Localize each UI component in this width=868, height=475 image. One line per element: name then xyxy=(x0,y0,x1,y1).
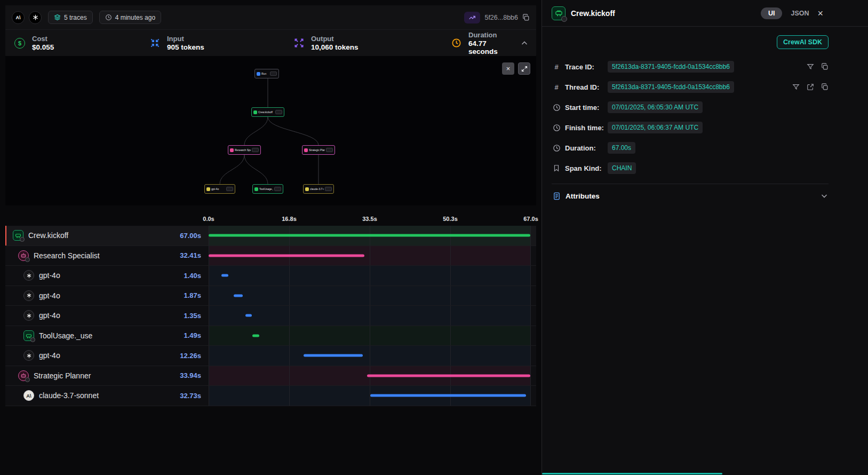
graph-node-toolusage-use[interactable]: ToolUsage._use xyxy=(252,184,283,194)
node-type-icon xyxy=(305,187,309,191)
span-name: Strategic Planner xyxy=(34,371,91,380)
openai-logo-icon xyxy=(23,290,34,301)
field-value[interactable]: 5f2613da-8371-9405-fcdd-0a1534cc8bb6 xyxy=(608,61,734,73)
span-name: gpt-4o xyxy=(39,311,60,320)
span-name: gpt-4o xyxy=(39,351,60,360)
span-bar xyxy=(234,294,243,297)
waterfall-row-gpt-4o[interactable]: gpt-4o12.26s xyxy=(5,346,536,366)
crew-span-icon xyxy=(552,6,566,20)
openai-logo-icon xyxy=(29,11,42,24)
stat-input: Input905 tokens xyxy=(148,35,292,51)
layers-icon xyxy=(54,14,61,21)
axis-tick-label: 33.5s xyxy=(362,216,377,222)
span-detail-panel: Crew.kickoff UI JSON × CrewAI SDK #Trace… xyxy=(541,0,868,475)
waterfall-row-claude-3-7-sonnet[interactable]: A\claude-3.7-sonnet32.73s xyxy=(5,386,536,406)
stat-label: Input xyxy=(167,35,204,43)
node-label: Research Specialist xyxy=(235,148,251,152)
span-bar xyxy=(245,314,252,317)
graph-close-button[interactable]: × xyxy=(502,62,514,75)
openai-logo-icon xyxy=(23,270,34,281)
field-value[interactable]: 5f2613da-8371-9405-fcdd-0a1534cc8bb6 xyxy=(608,81,734,93)
collapse-stats-button[interactable] xyxy=(520,39,529,48)
node-type-icon xyxy=(253,110,257,114)
node-tag xyxy=(275,110,282,114)
trace-topbar: A\ 5 traces 4 minutes ago 5f26...8bb6 xyxy=(5,5,536,29)
span-duration: 1.40s xyxy=(184,272,201,280)
tab-json[interactable]: JSON xyxy=(791,10,809,17)
detail-panel-header: Crew.kickoff UI JSON × xyxy=(542,0,868,27)
node-label: ToolUsage._use xyxy=(259,187,273,191)
span-name: Research Specialist xyxy=(34,251,100,260)
node-label: Crew.kickoff xyxy=(258,110,274,114)
waterfall-row-gpt-4o[interactable]: gpt-4o1.35s xyxy=(5,306,536,326)
filter-button[interactable] xyxy=(807,63,814,70)
graph-node-gpt-4o[interactable]: gpt-4o xyxy=(204,184,235,194)
waterfall-rows: Crew.kickoff67.00sResearch Specialist32.… xyxy=(5,226,536,406)
waterfall-row-crew-kickoff[interactable]: Crew.kickoff67.00s xyxy=(5,226,536,246)
axis-tick-label: 67.0s xyxy=(523,216,538,222)
copy-button[interactable] xyxy=(821,83,829,91)
node-label: Run xyxy=(261,72,269,75)
graph-node-strategic-planner[interactable]: Strategic Planner xyxy=(302,145,335,155)
agentops-mini-badge-icon xyxy=(30,337,35,342)
span-track xyxy=(209,306,531,326)
graph-node-crew-kickoff[interactable]: Crew.kickoff xyxy=(251,107,284,117)
field-value[interactable]: 07/01/2025, 06:06:37 AM UTC xyxy=(608,122,703,133)
waterfall-row-gpt-4o[interactable]: gpt-4o1.40s xyxy=(5,266,536,286)
hash-icon: # xyxy=(552,63,561,71)
span-name: Crew.kickoff xyxy=(28,231,68,240)
span-bar xyxy=(304,354,362,357)
axis-tick-label: 0.0s xyxy=(203,216,214,222)
node-tag xyxy=(226,187,233,191)
graph-node-claude-3-7-sonnet[interactable]: claude-3.7-sonnet xyxy=(303,184,334,194)
attributes-section: Attributes xyxy=(552,184,829,208)
span-bar xyxy=(370,394,526,397)
span-name: gpt-4o xyxy=(39,291,60,300)
copy-trace-id-button[interactable] xyxy=(522,14,530,21)
agentops-mini-badge-icon xyxy=(20,237,25,242)
clock-icon xyxy=(552,104,561,112)
attributes-toggle[interactable]: Attributes xyxy=(552,184,829,208)
node-label: gpt-4o xyxy=(211,187,225,191)
span-bar xyxy=(252,334,259,337)
span-track xyxy=(209,346,531,366)
stat-label: Duration xyxy=(468,31,516,39)
graph-node-run[interactable]: Run xyxy=(254,69,279,78)
field-value[interactable]: CHAIN xyxy=(608,162,636,174)
field-value[interactable]: 07/01/2025, 06:05:30 AM UTC xyxy=(608,101,703,113)
close-panel-button[interactable]: × xyxy=(817,9,823,18)
trace-short-id: 5f26...8bb6 xyxy=(484,14,518,21)
tool-icon xyxy=(23,330,34,341)
span-track xyxy=(209,266,531,286)
agent-icon xyxy=(18,370,29,381)
traces-count-label: 5 traces xyxy=(64,14,87,21)
traces-count-badge[interactable]: 5 traces xyxy=(48,11,93,24)
chevron-up-icon xyxy=(520,39,529,48)
node-tag xyxy=(326,148,333,152)
agent-icon xyxy=(18,250,29,261)
span-graph-panel[interactable]: RunCrew.kickoffResearch SpecialistStrate… xyxy=(5,56,536,205)
stat-label: Output xyxy=(311,35,359,43)
copy-button[interactable] xyxy=(821,63,829,70)
field-value[interactable]: 67.00s xyxy=(608,142,635,154)
tab-ui[interactable]: UI xyxy=(761,7,783,19)
clock-icon xyxy=(105,14,112,21)
filter-button[interactable] xyxy=(792,83,800,91)
waterfall-row-research-specialist[interactable]: Research Specialist32.41s xyxy=(5,246,536,266)
arrows-in-icon xyxy=(148,36,162,50)
waterfall-row-strategic-planner[interactable]: Strategic Planner33.94s xyxy=(5,366,536,386)
external-button[interactable] xyxy=(807,83,814,91)
stat-value: 10,060 tokens xyxy=(311,43,359,51)
clock-icon xyxy=(552,124,561,132)
stat-value: 64.77 seconds xyxy=(468,39,516,56)
waterfall-time-axis: 0.0s16.8s33.5s50.3s67.0s xyxy=(209,205,531,226)
panel-scrollbar[interactable] xyxy=(542,473,722,474)
trace-main-area: A\ 5 traces 4 minutes ago 5f26...8bb6 $C… xyxy=(0,0,541,475)
waterfall-row-toolusage-use[interactable]: ToolUsage._use1.49s xyxy=(5,326,536,346)
graph-node-research-specialist[interactable]: Research Specialist xyxy=(228,145,261,155)
trend-button[interactable] xyxy=(464,12,480,23)
field-row-trace-id-: #Trace ID:5f2613da-8371-9405-fcdd-0a1534… xyxy=(552,57,829,77)
field-label: Duration: xyxy=(565,144,606,152)
waterfall-row-gpt-4o[interactable]: gpt-4o1.87s xyxy=(5,286,536,306)
graph-expand-button[interactable] xyxy=(518,62,530,75)
